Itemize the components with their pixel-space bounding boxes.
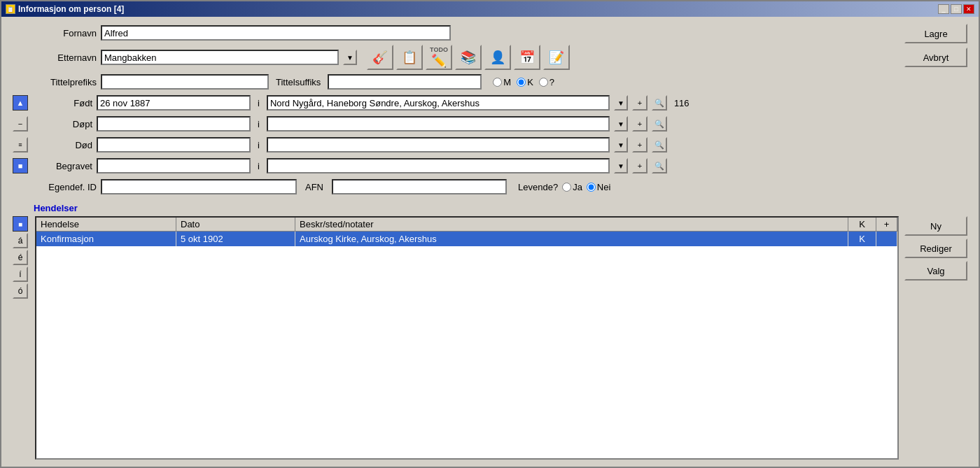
gender-k-label: K xyxy=(527,77,533,87)
rediger-button[interactable]: Rediger xyxy=(904,239,967,258)
begravet-search-button[interactable]: 🔍 xyxy=(652,158,667,173)
dod-place-dropdown[interactable]: ▼ xyxy=(614,137,628,153)
begravet-place-input[interactable] xyxy=(267,158,610,173)
dod-row: ≡ Død i ▼ + 🔍 xyxy=(13,136,892,154)
table-header: Hendelse Dato Beskr/sted/notater K + xyxy=(36,218,897,232)
levende-nei-radio[interactable] xyxy=(587,183,596,192)
fornavn-label: Fornavn xyxy=(13,28,97,38)
col-hendelse: Hendelse xyxy=(36,218,176,231)
right-buttons: Lagre Avbryt xyxy=(896,24,967,67)
fodt-search-button[interactable]: 🔍 xyxy=(652,95,667,111)
valg-button[interactable]: Valg xyxy=(904,261,967,281)
table-body: Konfirmasjon 5 okt 1902 Aurskog Kirke, A… xyxy=(36,232,897,458)
title-buttons: _ □ ✕ xyxy=(938,4,974,14)
gender-unknown-option[interactable]: ? xyxy=(539,77,554,87)
etternavn-row: Etternavn ▼ 🎸 📋 TODO ✏️ 📚 👤 📅 xyxy=(13,45,892,70)
nav-minus-button[interactable]: − xyxy=(13,116,28,132)
gender-k-option[interactable]: K xyxy=(517,77,533,87)
title-bar: 📋 Informasjon om person [4] _ □ ✕ xyxy=(1,1,979,17)
gender-k-radio[interactable] xyxy=(517,78,526,87)
extra-icon[interactable]: 📝 xyxy=(543,45,570,70)
levende-label: Levende? xyxy=(518,182,558,192)
window-title: Informasjon om person [4] xyxy=(18,4,124,14)
nav-equals-button[interactable]: ≡ xyxy=(13,137,28,153)
begravet-date-input[interactable] xyxy=(97,158,251,173)
dod-i-label: i xyxy=(258,140,260,150)
todo-icon[interactable]: TODO ✏️ xyxy=(426,45,452,70)
books-icon[interactable]: 📚 xyxy=(455,45,482,70)
fornavn-input[interactable] xyxy=(101,25,451,41)
gender-m-radio[interactable] xyxy=(493,78,502,87)
maximize-button[interactable]: □ xyxy=(951,4,962,14)
fodt-date-input[interactable] xyxy=(97,95,251,111)
levende-nei-option[interactable]: Nei xyxy=(587,182,611,192)
minimize-button[interactable]: _ xyxy=(938,4,949,14)
gender-m-option[interactable]: M xyxy=(493,77,511,87)
hendelser-table: Hendelse Dato Beskr/sted/notater K + Kon… xyxy=(35,216,899,460)
fodt-place-input[interactable] xyxy=(267,95,610,111)
dod-add-button[interactable]: + xyxy=(632,137,648,153)
dod-place-input[interactable] xyxy=(267,137,610,153)
nav-up-button[interactable]: ▲ xyxy=(13,95,28,111)
person-icon[interactable]: 👤 xyxy=(484,45,511,70)
egendef-row: Egendef. ID AFN Levende? Ja Nei xyxy=(13,178,892,196)
main-window: 📋 Informasjon om person [4] _ □ ✕ Fornav… xyxy=(0,0,980,468)
etternavn-dropdown[interactable]: ▼ xyxy=(343,50,357,65)
hendelser-nav-e[interactable]: é xyxy=(13,250,28,265)
hendelser-nav-square[interactable]: ■ xyxy=(13,216,28,232)
calendar-icon[interactable]: 📅 xyxy=(514,45,540,70)
begravet-add-button[interactable]: + xyxy=(632,158,648,173)
dopt-search-button[interactable]: 🔍 xyxy=(652,116,667,132)
tittelprefiks-label: Tittelprefiks xyxy=(13,77,97,87)
begravet-place-dropdown[interactable]: ▼ xyxy=(614,158,628,173)
col-plus: + xyxy=(876,218,897,231)
fodt-number: 116 xyxy=(674,98,690,108)
col-beskr: Beskr/sted/notater xyxy=(295,218,848,231)
hendelser-nav-o[interactable]: ó xyxy=(13,283,28,299)
title-bar-left: 📋 Informasjon om person [4] xyxy=(6,4,124,14)
levende-group: Levende? Ja Nei xyxy=(518,182,610,192)
dopt-date-input[interactable] xyxy=(97,116,251,132)
avbryt-button[interactable]: Avbryt xyxy=(904,48,967,67)
nav-square-button[interactable]: ■ xyxy=(13,158,28,173)
hendelser-nav-i[interactable]: í xyxy=(13,267,28,282)
levende-ja-radio[interactable] xyxy=(562,183,571,192)
dopt-add-button[interactable]: + xyxy=(632,116,648,132)
dod-search-button[interactable]: 🔍 xyxy=(652,137,667,153)
levende-ja-label: Ja xyxy=(573,182,582,192)
titelsuffiks-label: Tittelsuffiks xyxy=(276,77,321,87)
window-icon: 📋 xyxy=(6,4,15,14)
dod-date-input[interactable] xyxy=(97,137,251,153)
fodt-label: Født xyxy=(36,98,92,108)
tittelprefiks-input[interactable] xyxy=(101,74,269,90)
etternavn-label: Etternavn xyxy=(13,52,97,63)
side-nav-dopt: − xyxy=(13,116,29,132)
col-dato: Dato xyxy=(176,218,295,231)
musik-icon[interactable]: 🎸 xyxy=(367,45,393,70)
dopt-label: Døpt xyxy=(36,119,92,129)
ny-button[interactable]: Ny xyxy=(904,216,967,236)
levende-nei-label: Nei xyxy=(597,182,611,192)
fodt-row: ▲ Født i ▼ + 🔍 116 xyxy=(13,94,892,112)
hendelser-nav-a[interactable]: á xyxy=(13,233,28,248)
tittel-row: Tittelprefiks Tittelsuffiks M K ? xyxy=(13,73,892,91)
fodt-i-label: i xyxy=(258,98,260,108)
egendef-input[interactable] xyxy=(101,179,297,194)
notes-icon[interactable]: 📋 xyxy=(396,45,423,70)
levende-ja-option[interactable]: Ja xyxy=(562,182,582,192)
hendelser-title: Hendelser xyxy=(34,203,967,213)
close-button[interactable]: ✕ xyxy=(963,4,974,14)
side-nav-begravet: ■ xyxy=(13,158,29,173)
side-nav-dod: ≡ xyxy=(13,137,29,153)
afn-input[interactable] xyxy=(332,179,507,194)
fodt-place-dropdown[interactable]: ▼ xyxy=(614,95,628,111)
fodt-add-button[interactable]: + xyxy=(632,95,648,111)
titelsuffiks-input[interactable] xyxy=(328,74,482,90)
lagre-button[interactable]: Lagre xyxy=(904,24,967,43)
etternavn-input[interactable] xyxy=(101,50,339,65)
gender-unknown-radio[interactable] xyxy=(539,78,548,87)
table-row[interactable]: Konfirmasjon 5 okt 1902 Aurskog Kirke, A… xyxy=(36,232,897,246)
dopt-place-dropdown[interactable]: ▼ xyxy=(614,116,628,132)
dopt-place-input[interactable] xyxy=(267,116,610,132)
begravet-label: Begravet xyxy=(36,161,92,171)
